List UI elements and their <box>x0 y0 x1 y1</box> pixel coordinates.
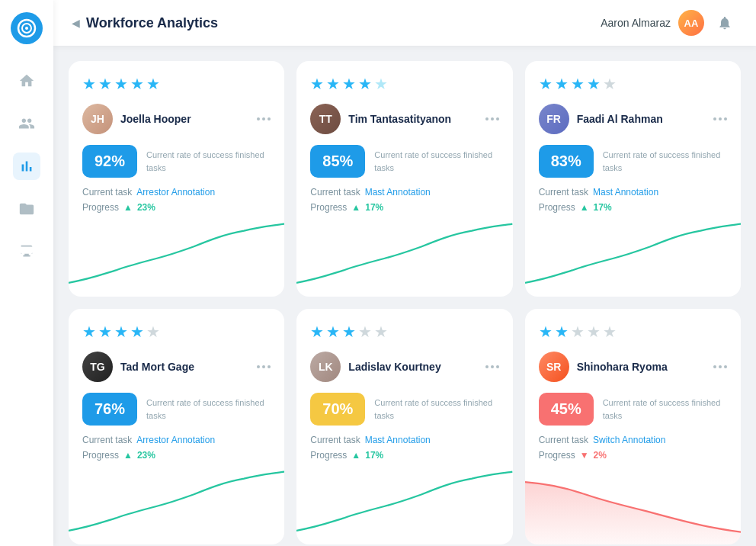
progress-arrow: ▲ <box>351 450 360 461</box>
star-filled: ★ <box>358 75 372 93</box>
user-name: Aaron Almaraz <box>601 17 671 29</box>
card-stats: 70% Current rate of success finished tas… <box>310 393 498 426</box>
progress-arrow: ▼ <box>580 450 589 461</box>
person-name: Tad Mort Gage <box>120 361 194 373</box>
star-rating: ★★★★★ <box>539 75 727 93</box>
card-ladislav: ★★★★★ LK Ladislav Kourtney 70% Current r… <box>296 309 512 544</box>
task-label: Current task <box>82 435 132 445</box>
progress-value: 17% <box>365 202 383 213</box>
task-link[interactable]: Mast Annotation <box>593 187 658 198</box>
stat-description: Current rate of success finished tasks <box>603 397 727 422</box>
card-menu-button[interactable] <box>713 117 727 120</box>
star-empty: ★ <box>603 323 617 341</box>
star-filled: ★ <box>310 323 324 341</box>
card-header: SR Shinohara Ryoma <box>539 352 727 382</box>
app-logo[interactable] <box>11 12 43 44</box>
current-task: Current task Switch Annotation <box>539 435 727 445</box>
card-tim: ★★★★★ TT Tim Tantasatityanon 85% Current… <box>296 61 512 297</box>
card-stats: 85% Current rate of success finished tas… <box>310 145 498 178</box>
current-task: Current task Mast Annotation <box>539 187 727 198</box>
progress-label: Progress <box>82 202 119 213</box>
person-info: LK Ladislav Kourtney <box>310 352 440 382</box>
progress-row: Progress ▲ 23% <box>82 450 271 461</box>
task-link[interactable]: Arrestor Annotation <box>136 435 215 445</box>
star-filled: ★ <box>587 75 601 93</box>
star-filled: ★ <box>82 323 96 341</box>
card-menu-button[interactable] <box>713 365 727 368</box>
success-badge: 92% <box>82 145 137 178</box>
progress-row: Progress ▼ 2% <box>539 450 727 461</box>
card-menu-button[interactable] <box>485 365 499 368</box>
sidebar-item-team[interactable] <box>13 110 40 137</box>
progress-value: 17% <box>594 202 612 213</box>
star-empty: ★ <box>603 75 617 93</box>
progress-arrow: ▲ <box>123 450 133 461</box>
task-link[interactable]: Switch Annotation <box>593 435 665 445</box>
star-half: ★ <box>374 75 388 93</box>
star-filled: ★ <box>114 323 128 341</box>
star-filled: ★ <box>98 75 112 93</box>
star-rating: ★★★★★ <box>82 323 271 341</box>
progress-row: Progress ▲ 17% <box>310 202 498 213</box>
person-avatar: TG <box>82 352 113 382</box>
task-link[interactable]: Mast Annotation <box>365 435 431 445</box>
sidebar-item-screen[interactable] <box>13 238 40 265</box>
main-content: ◀ Workforce Analytics Aaron Almaraz AA ★… <box>53 0 756 546</box>
person-avatar: TT <box>310 104 341 134</box>
star-rating: ★★★★★ <box>310 75 498 93</box>
sidebar-item-analytics[interactable] <box>13 153 40 180</box>
card-menu-button[interactable] <box>257 117 271 120</box>
card-menu-button[interactable] <box>257 365 271 368</box>
person-avatar: JH <box>82 104 113 134</box>
progress-value: 23% <box>137 450 155 461</box>
user-info: Aaron Almaraz AA <box>601 10 738 36</box>
sidebar-item-folder[interactable] <box>13 195 40 223</box>
card-menu-button[interactable] <box>485 117 499 120</box>
star-filled: ★ <box>539 323 553 341</box>
task-link[interactable]: Arrestor Annotation <box>136 187 215 198</box>
progress-label: Progress <box>310 450 347 461</box>
progress-arrow: ▲ <box>123 202 133 213</box>
progress-label: Progress <box>539 450 575 461</box>
sidebar <box>0 0 53 546</box>
current-task: Current task Mast Annotation <box>310 435 498 445</box>
star-filled: ★ <box>146 75 160 93</box>
sidebar-item-home[interactable] <box>13 67 40 95</box>
progress-value: 17% <box>365 450 383 461</box>
star-rating: ★★★★★ <box>539 323 727 341</box>
task-link[interactable]: Mast Annotation <box>365 187 431 198</box>
progress-label: Progress <box>310 202 347 213</box>
progress-arrow: ▲ <box>580 202 589 213</box>
star-empty: ★ <box>587 323 601 341</box>
star-filled: ★ <box>539 75 553 93</box>
page-title: Workforce Analytics <box>86 15 601 31</box>
success-badge: 76% <box>82 393 137 426</box>
star-rating: ★★★★★ <box>310 323 498 341</box>
star-filled: ★ <box>342 323 356 341</box>
current-task: Current task Mast Annotation <box>310 187 498 198</box>
notification-bell[interactable] <box>712 10 738 36</box>
card-stats: 76% Current rate of success finished tas… <box>82 393 271 426</box>
card-header: FR Faadi Al Rahman <box>539 104 727 134</box>
task-label: Current task <box>539 187 588 198</box>
performance-chart <box>525 468 741 544</box>
star-filled: ★ <box>555 323 569 341</box>
card-stats: 92% Current rate of success finished tas… <box>82 145 271 178</box>
task-label: Current task <box>310 187 360 198</box>
performance-chart <box>296 220 512 297</box>
star-filled: ★ <box>114 75 128 93</box>
star-empty: ★ <box>571 323 585 341</box>
star-filled: ★ <box>571 75 585 93</box>
current-task: Current task Arrestor Annotation <box>82 435 271 445</box>
card-faadi: ★★★★★ FR Faadi Al Rahman 83% Current rat… <box>525 61 741 297</box>
person-avatar: FR <box>539 104 569 134</box>
person-name: Ladislav Kourtney <box>348 361 440 373</box>
person-info: SR Shinohara Ryoma <box>539 352 668 382</box>
performance-chart <box>525 220 741 297</box>
stat-description: Current rate of success finished tasks <box>374 397 498 422</box>
success-badge: 45% <box>539 393 594 426</box>
star-empty: ★ <box>358 323 372 341</box>
back-button[interactable]: ◀ <box>72 17 80 29</box>
card-stats: 83% Current rate of success finished tas… <box>539 145 727 178</box>
star-filled: ★ <box>310 75 324 93</box>
